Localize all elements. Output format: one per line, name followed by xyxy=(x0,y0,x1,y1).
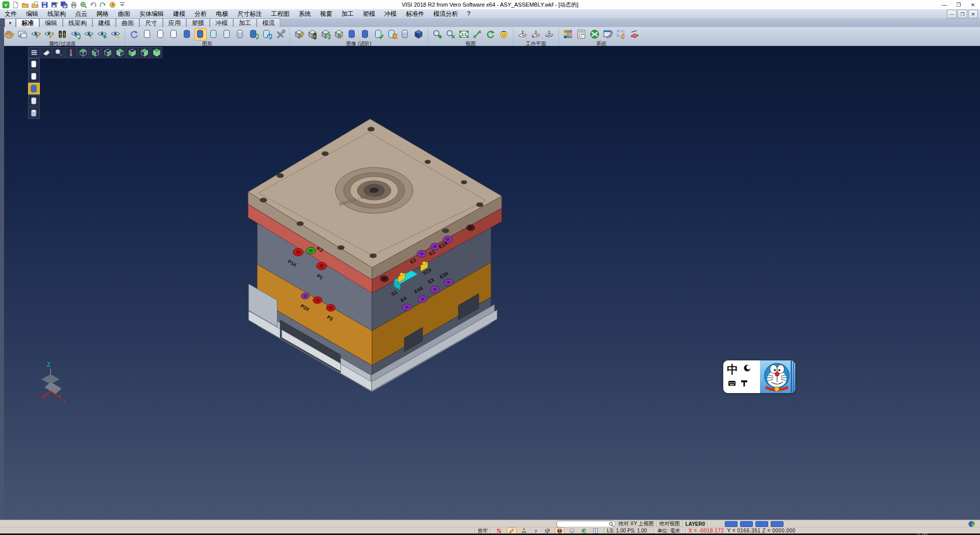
box-solid-icon[interactable] xyxy=(386,28,398,40)
restore-button[interactable]: ❐ xyxy=(951,0,966,9)
hidden-line-icon[interactable] xyxy=(155,28,167,40)
absolute-view-indicator[interactable]: 绝对视图 xyxy=(659,520,680,527)
ime-tools-icon[interactable] xyxy=(740,379,748,387)
tab-曲面[interactable]: 曲面 xyxy=(116,18,139,27)
menu-item-塑模[interactable]: 塑模 xyxy=(358,9,380,18)
ime-mode-chinese[interactable]: 中 xyxy=(727,362,738,377)
view-left-icon[interactable] xyxy=(114,47,126,58)
menu-item-分析[interactable]: 分析 xyxy=(190,9,211,18)
zoom-in-icon[interactable] xyxy=(431,28,444,40)
minimize-button[interactable]: — xyxy=(937,0,951,9)
view-zoom-icon[interactable] xyxy=(53,47,64,58)
menu-item-曲面[interactable]: 曲面 xyxy=(113,9,135,18)
color-palette-icon[interactable] xyxy=(562,28,574,40)
menu-item-电极[interactable]: 电极 xyxy=(211,9,233,18)
view-pin-icon[interactable] xyxy=(65,47,77,58)
shaded-edges-icon[interactable] xyxy=(194,28,207,40)
zoom-1to1-icon[interactable]: 1:1 xyxy=(458,28,470,40)
ghost-solid-icon[interactable] xyxy=(399,28,411,40)
close-button[interactable]: ✕ xyxy=(966,0,980,9)
adv-traffic-icon[interactable] xyxy=(306,28,318,40)
layer-color-bar[interactable] xyxy=(771,521,783,527)
status-stamp-icon[interactable] xyxy=(520,528,528,534)
undo-icon[interactable] xyxy=(89,1,97,9)
menu-item-线架构[interactable]: 线架构 xyxy=(43,9,70,18)
transparent-icon[interactable] xyxy=(208,28,220,40)
style-hidden-icon[interactable] xyxy=(28,70,40,82)
save-icon[interactable] xyxy=(40,1,48,9)
show-remove-icon[interactable] xyxy=(109,28,121,40)
copy-image-icon[interactable] xyxy=(16,28,29,40)
filter-remove-icon[interactable] xyxy=(43,28,55,40)
graphics-settings-icon[interactable] xyxy=(274,28,286,40)
hatch-icon[interactable] xyxy=(234,28,247,40)
layer-color-bars[interactable] xyxy=(725,521,783,527)
tab-dropdown-icon[interactable]: ▼ xyxy=(5,18,16,27)
ime-fullhalf-icon[interactable] xyxy=(744,364,751,372)
show-add-icon[interactable] xyxy=(96,28,108,40)
zoom-window-icon[interactable] xyxy=(445,28,457,40)
menu-item-尺寸标注[interactable]: 尺寸标注 xyxy=(233,9,266,18)
wireframe-icon[interactable] xyxy=(141,28,154,40)
regen-solid-icon[interactable] xyxy=(248,28,260,40)
menu-item-建模[interactable]: 建模 xyxy=(168,9,190,18)
menu-item-系统[interactable]: 系统 xyxy=(294,9,315,18)
flat-icon[interactable] xyxy=(221,28,233,40)
menu-item-实体编辑[interactable]: 实体编辑 xyxy=(135,9,168,18)
visibility-toggle-icon[interactable] xyxy=(83,28,95,40)
style-wire-icon[interactable] xyxy=(28,58,40,70)
view-front-icon[interactable] xyxy=(89,47,101,58)
mold-assembly-model[interactable]: 39962201 / M9998201 K2P1XP1P2XP2E2E1E1XE… xyxy=(4,46,980,520)
tab-模流[interactable]: 模流 xyxy=(257,18,280,27)
status-snap-grid-icon[interactable] xyxy=(495,528,504,534)
view-right-icon[interactable] xyxy=(102,47,113,58)
status-window-icon[interactable] xyxy=(591,528,600,534)
new-file-icon[interactable] xyxy=(11,1,19,9)
grid-settings-icon[interactable] xyxy=(628,28,641,40)
ime-toolbar[interactable]: 中 xyxy=(723,360,795,393)
tab-建模[interactable]: 建模 xyxy=(92,18,116,27)
check-solid-icon[interactable] xyxy=(373,28,385,40)
tab-加工[interactable]: 加工 xyxy=(233,18,257,27)
menu-item-加工[interactable]: 加工 xyxy=(337,9,358,18)
redo-icon[interactable] xyxy=(99,1,107,9)
workplane-align-icon[interactable] xyxy=(543,28,555,40)
menu-item-编辑[interactable]: 编辑 xyxy=(21,9,43,18)
menu-item-模流分析[interactable]: 模流分析 xyxy=(429,9,462,18)
save-all-icon[interactable] xyxy=(60,1,68,9)
print-icon[interactable] xyxy=(69,1,78,9)
preview-icon[interactable] xyxy=(79,1,87,9)
menu-item-网格[interactable]: 网格 xyxy=(92,9,113,18)
layer-color-bar[interactable] xyxy=(725,521,738,527)
active-layer-indicator[interactable]: LAYER0 xyxy=(685,521,705,527)
system-globe-icon[interactable] xyxy=(589,28,601,40)
menu-item-工程图[interactable]: 工程图 xyxy=(266,9,294,18)
snap-settings-icon[interactable] xyxy=(615,28,627,40)
style-hatch-icon[interactable] xyxy=(28,107,40,119)
window-settings-icon[interactable] xyxy=(602,28,614,40)
attribute-paint-icon[interactable] xyxy=(3,28,15,40)
view-plane-icon[interactable] xyxy=(40,47,52,58)
view-menu-icon[interactable] xyxy=(28,47,40,58)
scale-indicator[interactable]: LS: 1.00 PS: 1.00 xyxy=(607,528,647,533)
tab-尺寸[interactable]: 尺寸 xyxy=(139,18,163,27)
ime-keyboard-icon[interactable] xyxy=(728,379,736,387)
hidden-dashed-icon[interactable] xyxy=(168,28,180,40)
view-reference-indicator[interactable]: 绝对 XY 上视图 xyxy=(619,520,654,527)
menu-item-视窗[interactable]: 视窗 xyxy=(315,9,337,18)
status-rotate-icon[interactable] xyxy=(579,528,588,534)
filter-refresh-icon[interactable] xyxy=(69,28,82,40)
tab-塑膜[interactable]: 塑膜 xyxy=(186,18,210,27)
menu-item-冲模[interactable]: 冲模 xyxy=(380,9,401,18)
refresh-graphics-icon[interactable] xyxy=(128,28,140,40)
render-cube-icon[interactable] xyxy=(412,28,425,40)
mdi-restore-button[interactable]: ❐ xyxy=(958,10,967,18)
tab-应用[interactable]: 应用 xyxy=(163,18,186,27)
view-back-icon[interactable] xyxy=(126,47,138,58)
menu-item-文件[interactable]: 文件 xyxy=(0,9,21,18)
layer-color-bar[interactable] xyxy=(740,521,753,527)
mdi-minimize-button[interactable]: — xyxy=(947,10,957,18)
workplane-xyz-icon[interactable] xyxy=(517,28,529,40)
3d-viewport[interactable]: 39962201 / M9998201 K2P1XP1P2XP2E2E1E1XE… xyxy=(4,46,980,520)
mdi-close-button[interactable]: ✕ xyxy=(968,10,978,18)
